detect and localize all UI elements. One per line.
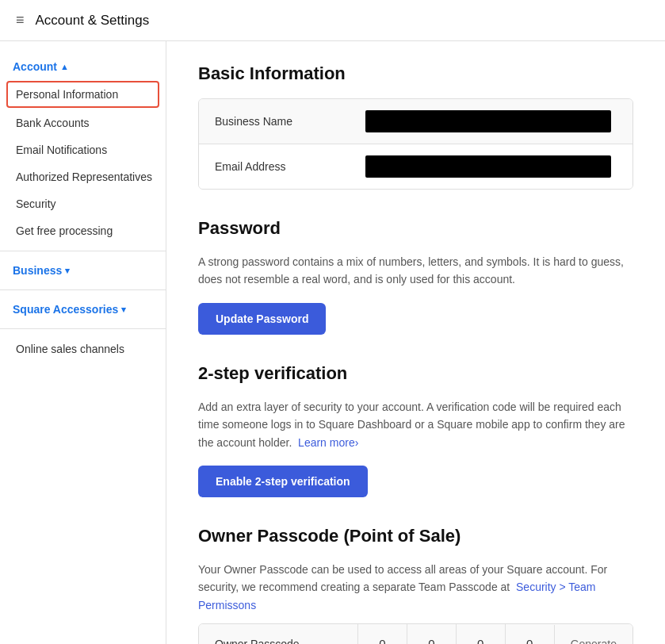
email-address-label: Email Address [199, 149, 357, 184]
business-name-value [357, 99, 619, 144]
business-chevron-icon: ▾ [65, 266, 70, 276]
passcode-digit-2: 0 [407, 624, 456, 644]
owner-passcode-description: Your Owner Passcode can be used to acces… [198, 561, 633, 614]
basic-information-title: Basic Information [198, 63, 633, 84]
main-content: Basic Information Business Name Edit Ema… [166, 41, 665, 644]
sidebar-account-label: Account [13, 60, 57, 73]
main-layout: Account ▲ Personal Information Bank Acco… [0, 41, 665, 644]
sidebar: Account ▲ Personal Information Bank Acco… [0, 41, 166, 644]
update-password-button[interactable]: Update Password [198, 303, 326, 335]
sidebar-square-accessories-label: Square Accessories [13, 303, 118, 316]
edit-button[interactable]: Edit [619, 104, 633, 139]
basic-info-table: Business Name Edit Email Address Change [198, 98, 633, 190]
password-description: A strong password contains a mix of numb… [198, 253, 633, 289]
email-address-row: Email Address Change [199, 144, 633, 189]
owner-passcode-label: Owner Passcode [199, 625, 357, 644]
passcode-digit-4: 0 [505, 624, 554, 644]
sidebar-item-label: Personal Information [16, 88, 118, 101]
owner-passcode-title: Owner Passcode (Point of Sale) [198, 526, 633, 546]
sidebar-item-label: Authorized Representatives [16, 171, 152, 183]
sidebar-item-get-free-processing[interactable]: Get free processing [0, 217, 166, 244]
learn-more-link[interactable]: Learn more› [298, 436, 358, 449]
sidebar-item-label: Email Notifications [16, 144, 107, 156]
business-name-label: Business Name [199, 104, 357, 139]
sidebar-item-bank-accounts[interactable]: Bank Accounts [0, 109, 166, 136]
email-address-value [357, 144, 619, 189]
app-header: ≡ Account & Settings [0, 0, 665, 41]
sidebar-item-label: Security [16, 197, 56, 210]
two-step-desc-text: Add an extra layer of security to your a… [198, 401, 625, 449]
passcode-digit-1: 0 [357, 624, 407, 644]
business-name-redacted [365, 110, 611, 132]
passcode-table: Owner Passcode 0 0 0 0 Generate [198, 623, 633, 644]
sidebar-business-label: Business [13, 264, 62, 277]
basic-information-section: Basic Information Business Name Edit Ema… [198, 63, 633, 190]
generate-button[interactable]: Generate [554, 625, 633, 644]
passcode-digit-3: 0 [456, 624, 505, 644]
square-accessories-chevron-icon: ▾ [121, 305, 126, 315]
email-address-redacted [365, 155, 611, 178]
sidebar-item-label: Online sales channels [16, 343, 124, 355]
password-section: Password A strong password contains a mi… [198, 218, 633, 335]
passcode-row: Owner Passcode 0 0 0 0 Generate [199, 624, 633, 644]
sidebar-divider [0, 251, 166, 251]
sidebar-item-label: Bank Accounts [16, 117, 90, 129]
enable-two-step-button[interactable]: Enable 2-step verification [198, 466, 368, 497]
change-button[interactable]: Change [619, 149, 633, 184]
sidebar-item-email-notifications[interactable]: Email Notifications [0, 136, 166, 163]
menu-icon[interactable]: ≡ [16, 12, 25, 29]
sidebar-divider-3 [0, 328, 166, 329]
sidebar-item-security[interactable]: Security [0, 190, 166, 217]
two-step-description: Add an extra layer of security to your a… [198, 398, 633, 451]
account-chevron-icon: ▲ [60, 62, 69, 71]
sidebar-item-personal-information[interactable]: Personal Information [6, 81, 159, 108]
sidebar-account-section[interactable]: Account ▲ [0, 54, 166, 79]
header-title: Account & Settings [36, 13, 150, 29]
passcode-digits: 0 0 0 0 [357, 624, 554, 644]
sidebar-square-accessories-section[interactable]: Square Accessories ▾ [0, 297, 166, 322]
two-step-title: 2-step verification [198, 363, 633, 384]
sidebar-item-online-sales[interactable]: Online sales channels [0, 335, 166, 362]
two-step-section: 2-step verification Add an extra layer o… [198, 363, 633, 497]
sidebar-divider-2 [0, 289, 166, 290]
password-title: Password [198, 218, 633, 239]
sidebar-item-label: Get free processing [16, 224, 113, 237]
sidebar-item-authorized-representatives[interactable]: Authorized Representatives [0, 163, 166, 190]
business-name-row: Business Name Edit [199, 99, 633, 144]
sidebar-business-section[interactable]: Business ▾ [0, 258, 166, 283]
owner-passcode-section: Owner Passcode (Point of Sale) Your Owne… [198, 526, 633, 644]
